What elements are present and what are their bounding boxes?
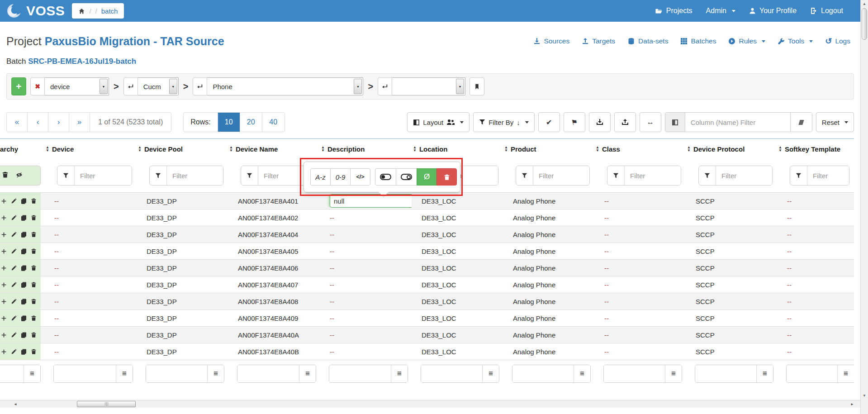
add-row-icon[interactable] [1,349,7,355]
add-row-icon[interactable] [1,198,7,204]
eye-slash-icon[interactable] [15,171,23,180]
column-menu-button[interactable]: ≡ [299,365,316,382]
confirm-button[interactable]: ✔ [538,112,560,132]
filter-input-product[interactable] [533,166,589,185]
column-header-device_pool[interactable]: ▲▼Device Pool [137,145,228,153]
description-edit-input[interactable] [330,194,412,208]
flag-button[interactable]: ⚑ [564,112,585,132]
bookmark-button[interactable] [470,77,484,95]
edit-row-icon[interactable] [11,198,17,204]
delete-all-icon[interactable] [2,171,9,180]
column-menu-button[interactable]: ≡ [837,365,854,382]
column-menu-button[interactable]: ≡ [24,365,40,382]
last-page-button[interactable]: » [69,113,90,132]
copy-row-icon[interactable] [21,349,27,355]
projects-link[interactable]: Projects [655,7,693,15]
breadcrumb-current[interactable]: batch [101,7,118,15]
vertical-scrollbar[interactable]: ▲ ▼ [860,0,868,414]
edit-row-icon[interactable] [11,299,17,305]
tools-menu[interactable]: Tools [778,37,813,45]
filter-input-device_pool[interactable] [167,166,223,185]
vertical-scroll-thumb[interactable] [862,8,867,40]
copy-row-icon[interactable] [21,232,27,238]
footer-filter-input[interactable] [695,365,756,382]
column-menu-button[interactable]: ≡ [665,365,682,382]
edit-row-icon[interactable] [11,349,17,355]
add-row-icon[interactable] [1,248,7,254]
filter-input-class[interactable] [625,166,681,185]
next-page-button[interactable]: › [48,113,69,132]
copy-row-icon[interactable] [21,265,27,271]
logout-link[interactable]: Logout [810,7,843,15]
column-header-device_name[interactable]: ▲▼Device Name [228,145,320,153]
column-header-softkey_template[interactable]: ▲▼Softkey Template [777,145,854,153]
filter-by-button[interactable]: Filter By ↓ [473,112,535,132]
enter-button[interactable] [123,77,138,95]
voss-brand[interactable]: VOSS [6,3,65,19]
rules-menu[interactable]: Rules [728,37,765,45]
expand-columns-button[interactable]: ↔ [640,112,661,132]
column-menu-button[interactable]: ≡ [756,365,773,382]
filter-input-device_protocol[interactable] [716,166,772,185]
reset-button[interactable]: Reset [816,112,854,132]
footer-filter-input[interactable] [237,365,299,382]
delete-row-icon[interactable] [31,231,37,238]
column-menu-button[interactable]: ≡ [482,365,499,382]
empty-select[interactable]: ▼ [392,77,465,95]
footer-filter-input[interactable] [512,365,574,382]
copy-row-icon[interactable] [21,282,27,288]
column-name-filter-input[interactable] [685,113,790,132]
footer-filter-input[interactable] [604,365,665,382]
horizontal-scroll-thumb[interactable] [77,401,136,407]
delete-value-button[interactable] [436,168,457,186]
copy-row-icon[interactable] [21,215,27,221]
copy-row-icon[interactable] [21,332,27,338]
rows-option-10[interactable]: 10 [218,113,240,132]
delete-row-icon[interactable] [31,298,37,305]
toggle-on-button[interactable] [375,168,396,186]
footer-filter-input[interactable] [421,365,482,382]
clear-column-filter-button[interactable] [790,113,812,132]
delete-row-icon[interactable] [31,281,37,288]
column-header-device[interactable]: ▲▼Device [44,145,137,153]
delete-row-icon[interactable] [31,332,37,338]
edit-row-icon[interactable] [11,315,17,321]
footer-filter-input[interactable] [787,365,837,382]
delete-row-icon[interactable] [31,214,37,221]
copy-row-icon[interactable] [21,315,27,321]
first-page-button[interactable]: « [7,113,28,132]
copy-row-icon[interactable] [21,198,27,204]
your-profile-link[interactable]: Your Profile [749,7,797,15]
column-menu-button[interactable]: ≡ [207,365,224,382]
data-sets-link[interactable]: Data-sets [627,37,668,45]
home-icon[interactable] [78,8,85,14]
column-header-product[interactable]: ▲▼Product [503,145,594,153]
delete-row-icon[interactable] [31,198,37,204]
footer-filter-input[interactable] [146,365,207,382]
add-row-icon[interactable] [1,332,7,338]
scroll-right-icon[interactable]: ► [850,402,854,406]
rows-option-20[interactable]: 20 [240,113,262,132]
edit-row-icon[interactable] [11,282,17,288]
footer-filter-input[interactable] [329,365,391,382]
code-button[interactable]: </> [350,168,370,186]
logs-link[interactable]: ↺ Logs [825,37,850,45]
add-row-icon[interactable] [1,215,7,221]
admin-menu[interactable]: Admin [706,7,735,15]
delete-row-icon[interactable] [31,265,37,271]
column-header-device_protocol[interactable]: ▲▼Device Protocol [686,145,777,153]
scroll-left-icon[interactable]: ◄ [14,402,17,406]
filter-input-softkey_template[interactable] [807,166,849,185]
sources-link[interactable]: Sources [533,37,569,45]
edit-row-icon[interactable] [11,232,17,238]
numeric-sort-button[interactable]: 0-9 [330,168,351,186]
column-header-description[interactable]: ▲▼Description [320,145,412,153]
add-row-icon[interactable] [1,232,7,238]
add-row-icon[interactable] [1,265,7,271]
set-null-button[interactable]: Ø [417,168,437,186]
enter-button[interactable] [193,77,207,95]
footer-filter-input[interactable] [54,365,116,382]
source-select[interactable]: Cucm ▼ [138,77,179,95]
edit-row-icon[interactable] [11,332,17,338]
rows-option-40[interactable]: 40 [262,113,285,132]
